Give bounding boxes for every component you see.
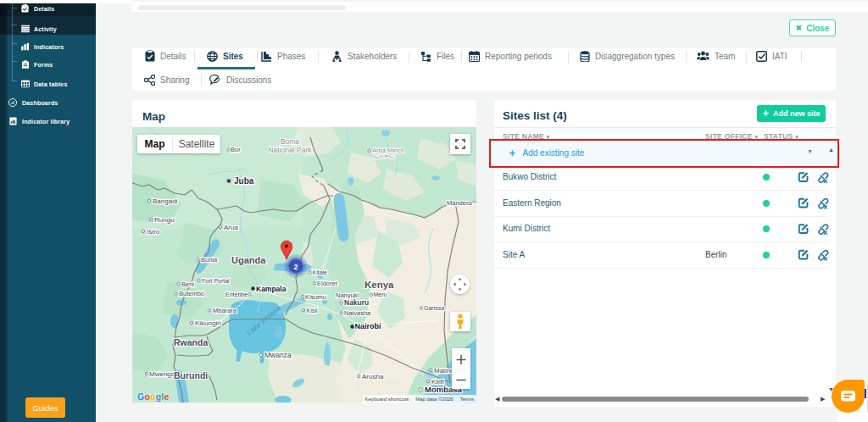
- svg-text:Mwenga: Mwenga: [149, 370, 175, 378]
- svg-text:Naivasha: Naivasha: [344, 309, 371, 317]
- svg-text:Uganda: Uganda: [231, 255, 266, 265]
- svg-text:Entebbe: Entebbe: [225, 292, 248, 297]
- svg-text:Mwanza: Mwanza: [264, 351, 292, 359]
- svg-text:አርቨ ምንር: አርቨ ምንር: [374, 154, 395, 159]
- svg-text:Arua: Arua: [224, 224, 238, 231]
- svg-text:Boma: Boma: [281, 137, 299, 146]
- svg-text:National Park: National Park: [268, 146, 312, 154]
- svg-text:Garissa: Garissa: [424, 305, 444, 311]
- svg-text:Rungu: Rungu: [154, 216, 175, 224]
- svg-text:Kisumu: Kisumu: [305, 293, 326, 301]
- svg-text:Burundi: Burundi: [174, 370, 208, 380]
- svg-text:Juba: Juba: [234, 176, 254, 186]
- svg-text:Butembo: Butembo: [179, 290, 204, 297]
- svg-text:Kampala: Kampala: [256, 285, 287, 293]
- svg-text:Kisii: Kisii: [307, 308, 318, 314]
- svg-text:Nakuru: Nakuru: [344, 298, 369, 307]
- svg-text:Rwanda: Rwanda: [174, 337, 208, 347]
- svg-text:Fort Portal: Fort Portal: [202, 278, 230, 284]
- svg-text:Arusha: Arusha: [362, 373, 384, 380]
- svg-text:Kitale: Kitale: [313, 269, 328, 275]
- svg-text:2: 2: [293, 263, 298, 271]
- svg-text:Isiro: Isiro: [147, 228, 160, 236]
- svg-text:Nairobi: Nairobi: [355, 322, 381, 330]
- svg-text:Arba Minch: Arba Minch: [372, 147, 404, 154]
- svg-text:Bangadi: Bangadi: [153, 197, 178, 205]
- svg-text:Meru: Meru: [374, 292, 387, 297]
- svg-text:Mbarara: Mbarara: [213, 307, 237, 314]
- svg-text:Eldoret: Eldoret: [317, 280, 338, 287]
- svg-text:Kenya: Kenya: [364, 280, 394, 290]
- svg-text:Kikungiri: Kikungiri: [195, 319, 221, 327]
- svg-text:Bor: Bor: [231, 146, 241, 153]
- svg-text:Bunia: Bunia: [201, 256, 218, 264]
- svg-text:Beni: Beni: [181, 280, 194, 288]
